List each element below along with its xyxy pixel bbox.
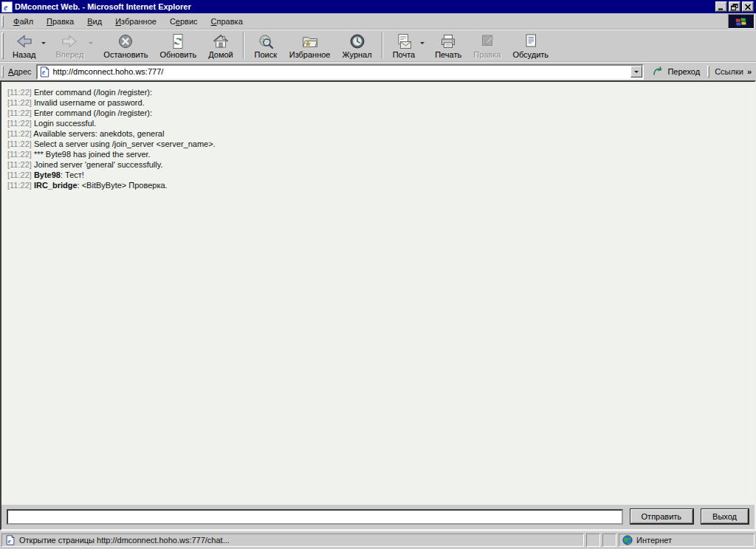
toolbar-label: Печать xyxy=(435,50,461,59)
message-composer: Отправить Выход xyxy=(1,505,755,529)
send-button[interactable]: Отправить xyxy=(630,508,695,525)
menu-item-help[interactable]: Справка xyxy=(205,15,250,28)
back-icon xyxy=(16,32,32,49)
favorites-icon xyxy=(302,32,318,49)
dropdown-chevron-icon[interactable] xyxy=(420,42,425,46)
restore-button[interactable] xyxy=(729,1,740,12)
message-text: Joined server 'general' successfully. xyxy=(34,160,163,169)
toolbar-button-back[interactable]: Назад xyxy=(7,30,50,61)
exit-button[interactable]: Выход xyxy=(701,508,749,525)
status-bar: e Открытие страницы http://dmconnect.hoh… xyxy=(0,531,756,549)
chat-message: [11:22] *** Byte98 has joined the server… xyxy=(7,149,749,159)
toolbar-label: Вперед xyxy=(56,50,84,59)
chat-message: [11:22] Select a server using /join_serv… xyxy=(7,139,749,149)
toolbar-separator xyxy=(243,32,244,59)
message-text: Enter command (/login /register): xyxy=(34,88,152,97)
chat-message: [11:22] Invalid username or password. xyxy=(7,97,749,108)
chat-message: [11:22] Enter command (/login /register)… xyxy=(7,87,749,97)
menu-grip[interactable] xyxy=(1,15,4,27)
toolbar-label: Избранное xyxy=(289,50,331,59)
title-bar[interactable]: e DMconnect Web. - Microsoft Internet Ex… xyxy=(0,0,756,13)
message-text: Login successful. xyxy=(34,119,96,128)
address-label: Адрес xyxy=(7,67,36,76)
links-grip[interactable] xyxy=(707,66,709,77)
stop-icon xyxy=(117,32,134,49)
refresh-icon xyxy=(170,32,186,49)
history-icon xyxy=(349,32,365,49)
throbber-windows-logo xyxy=(728,14,755,29)
timestamp: [11:22] xyxy=(7,170,32,179)
page-icon: e xyxy=(39,66,50,77)
menu-item-favorites[interactable]: Избранное xyxy=(109,15,163,28)
links-label[interactable]: Ссылки xyxy=(712,67,746,76)
toolbar-button-edit[interactable]: Правка xyxy=(467,30,506,61)
chat-log: [11:22] Enter command (/login /register)… xyxy=(1,82,755,505)
menu-item-edit[interactable]: Правка xyxy=(40,15,80,28)
timestamp: [11:22] xyxy=(7,129,32,138)
address-dropdown-button[interactable] xyxy=(630,66,642,77)
chevron-down-icon xyxy=(634,71,639,75)
chat-message: [11:22] Byte98: Тест! xyxy=(7,170,749,180)
links-chevron-icon[interactable]: » xyxy=(746,67,755,76)
addressbar-grip[interactable] xyxy=(1,66,4,77)
address-combo: e xyxy=(36,64,645,80)
toolbar-button-favorites[interactable]: Избранное xyxy=(284,30,337,61)
toolbar-label: Поиск xyxy=(254,50,276,59)
message-input[interactable] xyxy=(7,509,623,525)
message-text: Invalid username or password. xyxy=(34,98,145,107)
dropdown-chevron-icon[interactable] xyxy=(41,42,46,46)
timestamp: [11:22] xyxy=(7,88,32,97)
timestamp: [11:22] xyxy=(7,98,32,107)
browser-viewport: [11:22] Enter command (/login /register)… xyxy=(0,80,756,531)
print-icon xyxy=(440,32,456,49)
toolbar-separator xyxy=(382,32,383,59)
toolbar-label: Домой xyxy=(208,50,233,59)
ie-window-icon: e xyxy=(1,1,13,13)
go-arrow-icon xyxy=(653,66,664,77)
dropdown-chevron-icon[interactable] xyxy=(89,42,93,46)
globe-icon xyxy=(622,535,633,545)
svg-text:e: e xyxy=(41,69,44,76)
address-input[interactable] xyxy=(53,66,631,77)
menu-item-view[interactable]: Вид xyxy=(80,15,109,28)
browser-window: e DMconnect Web. - Microsoft Internet Ex… xyxy=(0,0,756,549)
discuss-icon xyxy=(523,32,539,49)
toolbar-button-print[interactable]: Печать xyxy=(429,30,467,61)
timestamp: [11:22] xyxy=(7,160,32,169)
menu-item-file[interactable]: Файл xyxy=(7,15,40,28)
toolbar-button-search[interactable]: Поиск xyxy=(248,30,284,61)
username: Byte98 xyxy=(34,170,61,179)
window-title: DMconnect Web. - Microsoft Internet Expl… xyxy=(15,2,713,11)
message-text: : <BitByByte> Проверка. xyxy=(78,181,168,190)
toolbar-label: Обсудить xyxy=(512,50,549,59)
close-button[interactable] xyxy=(742,1,754,12)
toolbar-label: Остановить xyxy=(103,50,148,59)
status-pane-1 xyxy=(586,534,600,547)
zone-label: Интернет xyxy=(636,536,672,545)
forward-icon xyxy=(61,32,78,49)
timestamp: [11:22] xyxy=(7,108,32,117)
toolbar-button-refresh[interactable]: Обновить xyxy=(154,30,202,61)
menu-item-tools[interactable]: Сервис xyxy=(163,15,205,28)
mail-icon xyxy=(396,32,412,49)
toolbar-button-mail[interactable]: Почта xyxy=(387,30,430,61)
status-message-pane: e Открытие страницы http://dmconnect.hoh… xyxy=(1,534,584,547)
go-button[interactable]: Переход xyxy=(647,63,706,80)
toolbar-button-stop[interactable]: Остановить xyxy=(97,30,154,61)
timestamp: [11:22] xyxy=(7,119,32,128)
message-text: *** Byte98 has joined the server. xyxy=(34,150,151,159)
toolbar-grip[interactable] xyxy=(1,32,4,59)
chat-message: [11:22] Joined server 'general' successf… xyxy=(7,159,749,170)
status-pane-2 xyxy=(602,534,616,547)
toolbar-button-history[interactable]: Журнал xyxy=(336,30,377,61)
main-toolbar: НазадВпередОстановитьОбновитьДомойПоискИ… xyxy=(7,30,756,61)
timestamp: [11:22] xyxy=(7,150,32,159)
chat-message: [11:22] Enter command (/login /register)… xyxy=(7,108,749,118)
status-page-icon: e xyxy=(5,535,16,545)
toolbar-button-home[interactable]: Домой xyxy=(202,30,239,61)
menu-row: ФайлПравкаВидИзбранноеСервисСправка xyxy=(0,13,756,30)
toolbar-button-forward[interactable]: Вперед xyxy=(50,30,98,61)
minimize-button[interactable] xyxy=(715,1,727,12)
toolbar-row: НазадВпередОстановитьОбновитьДомойПоискИ… xyxy=(0,30,756,62)
toolbar-button-discuss[interactable]: Обсудить xyxy=(506,30,554,61)
